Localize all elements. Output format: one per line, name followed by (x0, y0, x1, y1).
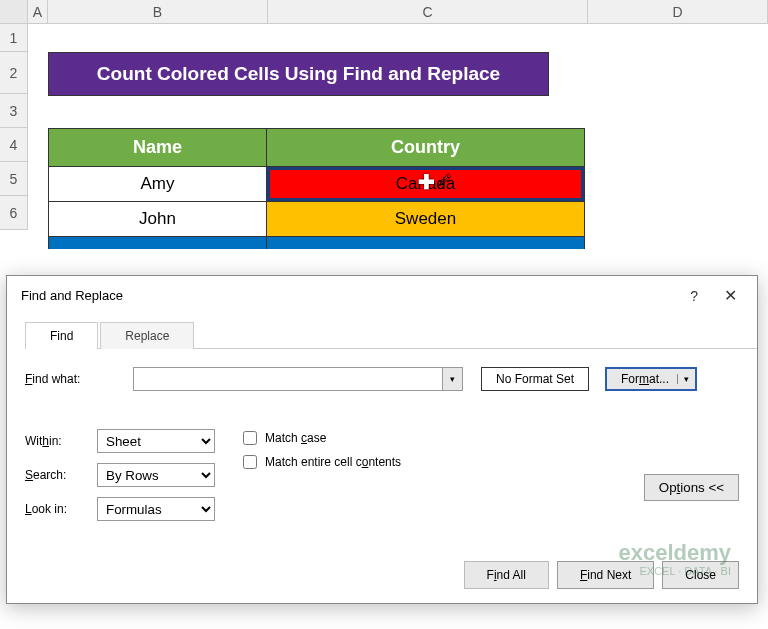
within-select[interactable]: Sheet (97, 429, 215, 453)
search-label: Search: (25, 468, 89, 482)
dialog-body: Find what: ▾ No Format Set Format... ▾ W… (7, 349, 757, 531)
options-right: Match case Match entire cell contents (243, 429, 401, 521)
cell-blue-left[interactable] (49, 237, 267, 249)
col-header-b[interactable]: B (48, 0, 268, 23)
title-cell[interactable]: Count Colored Cells Using Find and Repla… (48, 52, 549, 96)
table-row: John Sweden (49, 202, 585, 237)
data-table: Name Country Amy Canada ✚ 🖉 John Sweden (48, 128, 585, 249)
cell-country-canada[interactable]: Canada ✚ 🖉 (267, 167, 585, 202)
tab-find[interactable]: Find (25, 322, 98, 349)
col-header-a[interactable]: A (28, 0, 48, 23)
table-row-partial (49, 237, 585, 249)
chevron-down-icon: ▾ (450, 374, 455, 384)
close-button[interactable]: Close (662, 561, 739, 589)
format-button[interactable]: Format... ▾ (605, 367, 697, 391)
format-button-label: Format... (621, 372, 669, 386)
row-headers: 1 2 3 4 5 6 (0, 24, 28, 230)
row-header-3[interactable]: 3 (0, 94, 27, 128)
row-header-1[interactable]: 1 (0, 24, 27, 52)
search-select[interactable]: By Rows (97, 463, 215, 487)
cell-selection (267, 167, 584, 201)
match-case-checkbox[interactable]: Match case (243, 431, 401, 445)
dialog-title: Find and Replace (21, 288, 123, 303)
tab-replace[interactable]: Replace (100, 322, 194, 349)
options-area: Within: Sheet Search: By Rows Look in: F… (25, 429, 739, 521)
header-name[interactable]: Name (49, 129, 267, 167)
help-button[interactable]: ? (690, 288, 698, 304)
find-all-button[interactable]: Find All (464, 561, 549, 589)
table-row: Amy Canada ✚ 🖉 (49, 167, 585, 202)
cell-name-john[interactable]: John (49, 202, 267, 237)
chevron-down-icon: ▾ (677, 374, 689, 384)
column-headers: A B C D (0, 0, 768, 24)
row-header-5[interactable]: 5 (0, 162, 27, 196)
dialog-titlebar[interactable]: Find and Replace ? ✕ (7, 276, 757, 311)
lookin-label: Look in: (25, 502, 89, 516)
find-dropdown-button[interactable]: ▾ (443, 367, 463, 391)
row-header-4[interactable]: 4 (0, 128, 27, 162)
header-country[interactable]: Country (267, 129, 585, 167)
cell-blue-right[interactable] (267, 237, 585, 249)
cell-name-amy[interactable]: Amy (49, 167, 267, 202)
dialog-footer: Find All Find Next Close (464, 561, 739, 589)
find-what-input[interactable] (133, 367, 443, 391)
find-next-button[interactable]: Find Next (557, 561, 654, 589)
options-left: Within: Sheet Search: By Rows Look in: F… (25, 429, 215, 521)
col-header-d[interactable]: D (588, 0, 768, 23)
find-what-combo: ▾ (133, 367, 463, 391)
close-icon[interactable]: ✕ (718, 286, 743, 305)
col-header-c[interactable]: C (268, 0, 588, 23)
options-toggle-button[interactable]: Options << (644, 474, 739, 501)
no-format-label: No Format Set (481, 367, 589, 391)
find-replace-dialog: Find and Replace ? ✕ Find Replace Find w… (6, 275, 758, 604)
find-what-row: Find what: ▾ No Format Set Format... ▾ (25, 367, 739, 391)
dialog-tabs: Find Replace (25, 321, 757, 349)
match-entire-checkbox[interactable]: Match entire cell contents (243, 455, 401, 469)
lookin-select[interactable]: Formulas (97, 497, 215, 521)
cell-country-sweden[interactable]: Sweden (267, 202, 585, 237)
select-all-corner[interactable] (0, 0, 28, 23)
row-header-2[interactable]: 2 (0, 52, 27, 94)
row-header-6[interactable]: 6 (0, 196, 27, 230)
within-label: Within: (25, 434, 89, 448)
worksheet-area[interactable]: Count Colored Cells Using Find and Repla… (48, 24, 585, 249)
find-what-label: Find what: (25, 372, 125, 386)
